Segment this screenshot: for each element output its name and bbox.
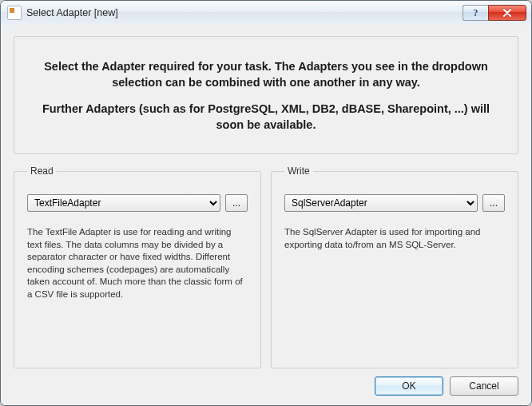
client-area: Select the Adapter required for your tas… [1, 25, 531, 405]
help-button[interactable]: ? [463, 5, 488, 21]
write-adapter-select[interactable]: SqlServerAdapter [284, 194, 478, 212]
read-browse-button[interactable]: ... [225, 194, 248, 212]
app-icon [7, 6, 22, 20]
dialog-footer: OK Cancel [14, 368, 518, 396]
write-picker-row: SqlServerAdapter ... [284, 194, 505, 212]
close-icon [502, 9, 512, 17]
dialog-window: Select Adapter [new] ? Select the Adapte… [0, 0, 532, 406]
cancel-button[interactable]: Cancel [450, 376, 518, 396]
intro-subline: Further Adapters (such as for PostgreSQL… [35, 102, 497, 133]
read-group: Read TextFileAdapter ... The TextFile Ad… [14, 165, 261, 368]
ok-button[interactable]: OK [375, 376, 443, 396]
window-title: Select Adapter [new] [26, 7, 463, 18]
write-legend: Write [284, 165, 313, 177]
read-picker-row: TextFileAdapter ... [27, 194, 248, 212]
intro-panel: Select the Adapter required for your tas… [14, 36, 518, 154]
window-controls: ? [463, 5, 526, 21]
read-adapter-select[interactable]: TextFileAdapter [27, 194, 220, 212]
help-icon: ? [474, 7, 478, 19]
titlebar[interactable]: Select Adapter [new] ? [1, 1, 531, 26]
write-browse-button[interactable]: ... [482, 194, 505, 212]
close-button[interactable] [488, 5, 526, 21]
write-group: Write SqlServerAdapter ... The SqlServer… [271, 165, 518, 368]
intro-headline: Select the Adapter required for your tas… [35, 59, 497, 90]
adapter-columns: Read TextFileAdapter ... The TextFile Ad… [14, 165, 518, 368]
read-description: The TextFile Adapter is use for reading … [27, 226, 248, 301]
write-description: The SqlServer Adapter is used for import… [284, 226, 505, 251]
read-legend: Read [27, 165, 57, 177]
